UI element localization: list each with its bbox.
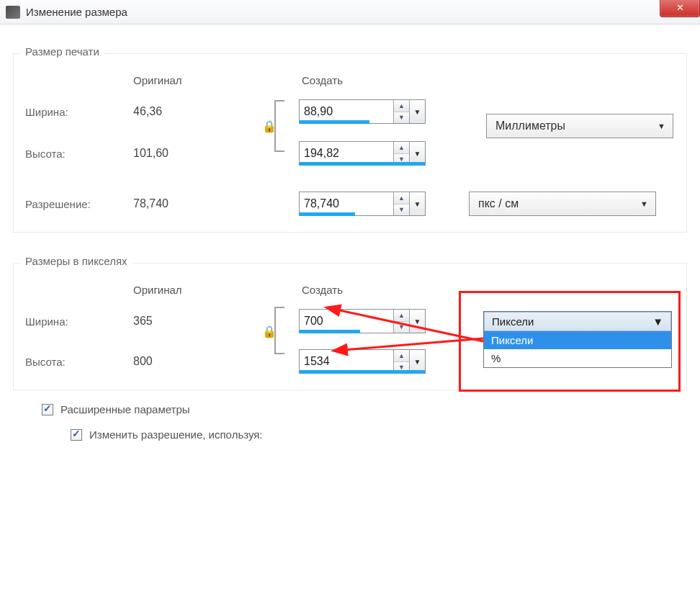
spin-up-icon[interactable]: ▲ xyxy=(394,192,409,204)
advanced-params-label: Расширенные параметры xyxy=(60,403,190,415)
dropdown-handle-icon[interactable]: ▼ xyxy=(409,310,425,333)
pixel-units-selected: Пиксели xyxy=(492,315,534,328)
change-resolution-checkbox[interactable]: Изменить разрешение, используя: xyxy=(13,428,687,441)
pixel-units-option-percent[interactable]: % xyxy=(484,349,671,367)
checkbox-icon xyxy=(42,404,53,415)
print-units-value: Миллиметры xyxy=(495,120,565,132)
spin-up-icon[interactable]: ▲ xyxy=(394,100,409,112)
print-size-group: Размер печати Оригинал Создать 🔒 Ширина:… xyxy=(13,53,687,233)
pixel-width-spinner[interactable]: ▲▼ ▼ xyxy=(299,309,426,333)
spin-down-icon[interactable]: ▼ xyxy=(394,112,409,124)
pixel-height-spinner[interactable]: ▲▼ ▼ xyxy=(299,349,426,374)
window-title: Изменение размера xyxy=(26,6,127,18)
original-column-header: Оригинал xyxy=(133,284,277,296)
print-height-label: Высота: xyxy=(25,148,133,160)
pixel-size-group: Размеры в пикселях Оригинал Создать 🔒 Ши… xyxy=(13,263,687,390)
dropdown-handle-icon[interactable]: ▼ xyxy=(409,100,425,123)
chevron-down-icon: ▼ xyxy=(658,122,665,130)
spin-up-icon[interactable]: ▲ xyxy=(394,350,409,362)
progress-indicator xyxy=(300,120,369,124)
pixel-width-original: 365 xyxy=(133,315,277,328)
print-height-original: 101,60 xyxy=(133,147,277,160)
print-units-combo[interactable]: Миллиметры ▼ xyxy=(486,114,673,138)
spin-down-icon[interactable]: ▼ xyxy=(394,322,409,333)
progress-indicator xyxy=(300,162,425,166)
dropdown-handle-icon[interactable]: ▼ xyxy=(409,192,425,215)
resolution-units-combo[interactable]: пкс / см ▼ xyxy=(469,192,656,216)
resolution-original: 78,740 xyxy=(133,197,277,210)
pixel-units-option-pixels[interactable]: Пиксели xyxy=(484,331,671,349)
pixel-size-legend: Размеры в пикселях xyxy=(21,255,132,267)
advanced-params-checkbox[interactable]: Расширенные параметры xyxy=(13,403,687,415)
pixel-width-label: Ширина: xyxy=(25,315,133,328)
pixel-height-label: Высота: xyxy=(25,356,133,368)
pixel-units-combo[interactable]: Пиксели ▼ Пиксели % xyxy=(483,311,672,368)
print-size-legend: Размер печати xyxy=(21,45,104,58)
print-height-spinner[interactable]: ▲▼ ▼ xyxy=(299,141,426,166)
chevron-down-icon: ▼ xyxy=(640,199,648,208)
print-width-label: Ширина: xyxy=(25,106,133,118)
resolution-label: Разрешение: xyxy=(25,198,133,210)
checkbox-icon xyxy=(71,429,82,441)
progress-indicator xyxy=(300,370,425,374)
print-width-spinner[interactable]: ▲▼ ▼ xyxy=(299,99,426,124)
resolution-units-value: пкс / см xyxy=(478,197,519,210)
new-column-header: Создать xyxy=(277,284,436,296)
spin-up-icon[interactable]: ▲ xyxy=(394,142,409,154)
resolution-spinner[interactable]: ▲▼ ▼ xyxy=(299,192,426,216)
spin-up-icon[interactable]: ▲ xyxy=(394,310,409,322)
close-button[interactable]: ✕ xyxy=(660,0,700,17)
close-icon: ✕ xyxy=(676,2,684,13)
spin-down-icon[interactable]: ▼ xyxy=(394,204,409,216)
chevron-down-icon: ▼ xyxy=(652,315,663,328)
app-icon xyxy=(6,6,20,19)
pixel-height-original: 800 xyxy=(133,355,277,368)
print-width-original: 46,36 xyxy=(133,105,277,118)
change-resolution-label: Изменить разрешение, используя: xyxy=(89,428,263,441)
original-column-header: Оригинал xyxy=(133,74,277,86)
progress-indicator xyxy=(300,330,360,333)
progress-indicator xyxy=(300,212,355,216)
title-bar: Изменение размера ✕ xyxy=(0,0,700,24)
new-column-header: Создать xyxy=(277,74,436,86)
